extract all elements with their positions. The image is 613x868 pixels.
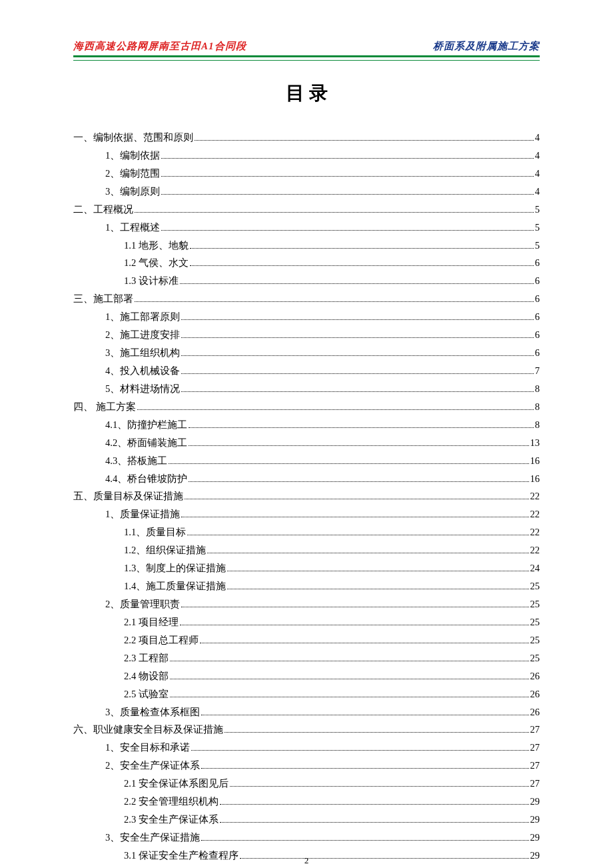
toc-entry[interactable]: 2.1 安全保证体系图见后27 bbox=[73, 776, 540, 792]
toc-entry[interactable]: 1.2、组织保证措施22 bbox=[73, 543, 540, 559]
toc-entry[interactable]: 5、材料进场情况8 bbox=[73, 381, 540, 397]
toc-entry[interactable]: 3、安全生产保证措施29 bbox=[73, 830, 540, 846]
toc-entry[interactable]: 1.3、制度上的保证措施24 bbox=[73, 561, 540, 577]
toc-leader-dots bbox=[185, 493, 529, 500]
toc-entry-label: 1、质量保证措施 bbox=[105, 507, 180, 523]
toc-entry-label: 2.2 项目总工程师 bbox=[124, 633, 199, 649]
toc-entry[interactable]: 2.1 项目经理25 bbox=[73, 615, 540, 631]
toc-entry-page: 5 bbox=[535, 220, 540, 236]
toc-leader-dots bbox=[180, 619, 529, 625]
toc-entry[interactable]: 1.3 设计标准6 bbox=[73, 273, 540, 289]
toc-leader-dots bbox=[189, 439, 528, 446]
toc-leader-dots bbox=[161, 188, 534, 195]
toc-leader-dots bbox=[187, 529, 528, 536]
toc-leader-dots bbox=[135, 296, 534, 303]
toc-entry-page: 29 bbox=[530, 794, 540, 810]
toc-entry[interactable]: 1、工程概述5 bbox=[73, 220, 540, 236]
toc-entry-label: 1.3、制度上的保证措施 bbox=[124, 561, 226, 577]
toc-entry[interactable]: 2.2 项目总工程师25 bbox=[73, 633, 540, 649]
toc-entry-page: 25 bbox=[530, 579, 540, 595]
toc-entry-label: 4.4、桥台锥坡防护 bbox=[105, 471, 187, 487]
toc-entry[interactable]: 1、安全目标和承诺27 bbox=[73, 740, 540, 756]
toc-entry-page: 26 bbox=[530, 705, 540, 721]
toc-entry-page: 6 bbox=[535, 309, 540, 325]
toc-entry[interactable]: 1.1 地形、地貌5 bbox=[73, 238, 540, 254]
toc-leader-dots bbox=[170, 673, 529, 679]
toc-entry[interactable]: 2.2 安全管理组织机构29 bbox=[73, 794, 540, 810]
toc-entry[interactable]: 1.4、施工质量保证措施25 bbox=[73, 579, 540, 595]
toc-entry[interactable]: 2、编制范围4 bbox=[73, 166, 540, 182]
toc-entry-label: 2.3 安全生产保证体系 bbox=[124, 812, 219, 828]
toc-entry-page: 6 bbox=[535, 291, 540, 307]
toc-leader-dots bbox=[225, 727, 529, 733]
toc-entry-page: 4 bbox=[535, 148, 540, 164]
toc-entry-page: 26 bbox=[530, 669, 540, 685]
header-rule-thick bbox=[73, 55, 540, 57]
toc-leader-dots bbox=[181, 385, 534, 392]
toc-entry[interactable]: 2、施工进度安排6 bbox=[73, 327, 540, 343]
toc-entry-page: 22 bbox=[530, 489, 540, 505]
toc-entry[interactable]: 六、职业健康安全目标及保证措施27 bbox=[73, 722, 540, 738]
toc-entry-label: 2.4 物设部 bbox=[124, 669, 169, 685]
document-page: 海西高速公路网屏南至古田A1合同段 桥面系及附属施工方案 目 录 一、编制依据、… bbox=[0, 0, 613, 868]
toc-leader-dots bbox=[220, 816, 529, 823]
toc-entry[interactable]: 四、 施工方案8 bbox=[73, 399, 540, 415]
toc-entry-page: 4 bbox=[535, 166, 540, 182]
toc-entry-page: 26 bbox=[530, 687, 540, 703]
toc-entry[interactable]: 1、施工部署原则6 bbox=[73, 309, 540, 325]
toc-entry-label: 3、安全生产保证措施 bbox=[105, 830, 200, 846]
toc-leader-dots bbox=[180, 278, 534, 285]
toc-entry-page: 25 bbox=[530, 615, 540, 631]
toc-leader-dots bbox=[189, 475, 528, 482]
toc-leader-dots bbox=[161, 152, 534, 159]
toc-entry-page: 25 bbox=[530, 651, 540, 667]
toc-entry-label: 五、质量目标及保证措施 bbox=[73, 489, 183, 505]
toc-entry[interactable]: 2.3 安全生产保证体系29 bbox=[73, 812, 540, 828]
toc-leader-dots bbox=[181, 349, 534, 356]
toc-leader-dots bbox=[207, 547, 528, 554]
toc-entry-page: 6 bbox=[535, 273, 540, 289]
toc-entry[interactable]: 4.3、搭板施工16 bbox=[73, 453, 540, 469]
toc-entry-page: 16 bbox=[530, 471, 540, 487]
toc-entry-label: 4.3、搭板施工 bbox=[105, 453, 167, 469]
toc-entry-label: 2.3 工程部 bbox=[124, 651, 169, 667]
toc-entry-label: 4.1、防撞护栏施工 bbox=[105, 417, 187, 433]
toc-leader-dots bbox=[181, 314, 534, 321]
toc-entry-label: 3、质量检查体系框图 bbox=[105, 705, 200, 721]
toc-leader-dots bbox=[201, 834, 528, 841]
toc-entry[interactable]: 2.5 试验室26 bbox=[73, 687, 540, 703]
toc-entry[interactable]: 1.1、质量目标22 bbox=[73, 525, 540, 541]
toc-leader-dots bbox=[170, 655, 529, 661]
toc-entry-label: 四、 施工方案 bbox=[73, 399, 136, 415]
toc-leader-dots bbox=[190, 242, 534, 249]
running-header: 海西高速公路网屏南至古田A1合同段 桥面系及附属施工方案 bbox=[73, 40, 540, 53]
toc-entry[interactable]: 4.4、桥台锥坡防护16 bbox=[73, 471, 540, 487]
toc-entry[interactable]: 2、质量管理职责25 bbox=[73, 597, 540, 613]
toc-entry[interactable]: 一、编制依据、范围和原则4 bbox=[73, 130, 540, 146]
toc-entry-page: 8 bbox=[535, 399, 540, 415]
toc-entry-label: 3、编制原则 bbox=[105, 184, 160, 200]
toc-leader-dots bbox=[137, 403, 534, 410]
toc-entry[interactable]: 3、施工组织机构6 bbox=[73, 345, 540, 361]
toc-entry[interactable]: 4、投入机械设备7 bbox=[73, 363, 540, 379]
toc-entry[interactable]: 1、质量保证措施22 bbox=[73, 507, 540, 523]
toc-entry-page: 16 bbox=[530, 453, 540, 469]
toc-leader-dots bbox=[195, 134, 534, 141]
toc-entry[interactable]: 3、编制原则4 bbox=[73, 184, 540, 200]
toc-entry[interactable]: 二、工程概况5 bbox=[73, 202, 540, 218]
toc-entry-page: 29 bbox=[530, 812, 540, 828]
toc-entry-label: 1、施工部署原则 bbox=[105, 309, 180, 325]
table-of-contents: 一、编制依据、范围和原则41、编制依据42、编制范围43、编制原则4二、工程概况… bbox=[73, 130, 540, 864]
toc-entry[interactable]: 2.3 工程部25 bbox=[73, 651, 540, 667]
toc-entry[interactable]: 1.2 气侯、水文6 bbox=[73, 255, 540, 271]
toc-entry[interactable]: 4.1、防撞护栏施工8 bbox=[73, 417, 540, 433]
toc-entry[interactable]: 2.4 物设部26 bbox=[73, 669, 540, 685]
toc-entry[interactable]: 五、质量目标及保证措施22 bbox=[73, 489, 540, 505]
toc-entry[interactable]: 3、质量检查体系框图26 bbox=[73, 705, 540, 721]
toc-leader-dots bbox=[161, 170, 534, 177]
toc-entry-page: 6 bbox=[535, 255, 540, 271]
toc-entry[interactable]: 1、编制依据4 bbox=[73, 148, 540, 164]
toc-entry[interactable]: 2、安全生产保证体系27 bbox=[73, 758, 540, 774]
toc-entry[interactable]: 4.2、桥面铺装施工13 bbox=[73, 435, 540, 451]
toc-entry[interactable]: 三、施工部署6 bbox=[73, 291, 540, 307]
